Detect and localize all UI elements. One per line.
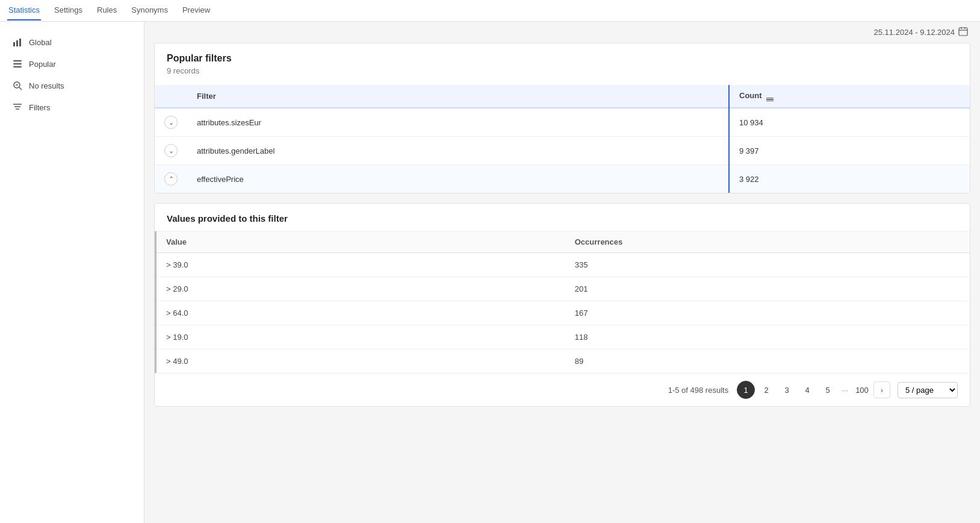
date-bar: 25.11.2024 - 9.12.2024 xyxy=(144,22,980,43)
page-4-button[interactable]: 4 xyxy=(798,381,816,399)
occurrences-cell: 201 xyxy=(563,277,970,301)
filters-table-wrap: Filter Count ⌄ xyxy=(155,85,970,193)
pagination: 1-5 of 498 results 1 2 3 4 5 ··· 100 › 5… xyxy=(155,373,970,406)
popular-filters-card: Popular filters 9 records Filter Count xyxy=(154,43,970,193)
nav-preview[interactable]: Preview xyxy=(181,1,211,20)
pagination-dots: ··· xyxy=(839,386,851,395)
card-header: Popular filters 9 records xyxy=(155,43,970,85)
main-layout: Global Popular No results xyxy=(0,22,980,523)
count-value-cell: 3 922 xyxy=(729,165,970,193)
page-3-button[interactable]: 3 xyxy=(778,381,796,399)
page-1-button[interactable]: 1 xyxy=(737,381,755,399)
value-row: > 64.0 167 xyxy=(156,301,970,325)
collapse-button[interactable]: ⌃ xyxy=(164,172,178,186)
nav-settings[interactable]: Settings xyxy=(53,1,84,20)
expand-button[interactable]: ⌄ xyxy=(164,116,178,129)
values-table: Value Occurrences > 39.0 335 > 29.0 201 … xyxy=(155,231,970,373)
filter-value-cell: attributes.sizesEur xyxy=(187,108,729,137)
value-cell: > 64.0 xyxy=(156,301,563,325)
value-row: > 39.0 335 xyxy=(156,253,970,277)
main-content: 25.11.2024 - 9.12.2024 Popular filters 9… xyxy=(144,22,980,523)
expand-button[interactable]: ⌄ xyxy=(164,144,178,157)
occurrences-col-header: Occurrences xyxy=(563,231,970,253)
filter-value-cell: attributes.genderLabel xyxy=(187,137,729,165)
svg-rect-0 xyxy=(13,42,15,46)
table-row-expanded: ⌃ effectivePrice 3 922 xyxy=(155,165,970,193)
value-cell: > 19.0 xyxy=(156,325,563,349)
values-section: Values provided to this filter Value Occ… xyxy=(154,203,970,407)
svg-rect-3 xyxy=(13,60,22,61)
page-last-button[interactable]: 100 xyxy=(853,381,871,399)
filter-col-header: Filter xyxy=(187,85,729,108)
values-section-title: Values provided to this filter xyxy=(155,204,970,231)
card-title: Popular filters xyxy=(167,53,958,64)
svg-line-7 xyxy=(19,87,22,90)
nav-rules[interactable]: Rules xyxy=(96,1,118,20)
date-range-label: 25.11.2024 - 9.12.2024 xyxy=(874,28,955,37)
filter-value-cell: effectivePrice xyxy=(187,165,729,193)
count-value-cell: 10 934 xyxy=(729,108,970,137)
table-row: ⌄ attributes.sizesEur 10 934 xyxy=(155,108,970,137)
chart-icon xyxy=(12,37,23,48)
page-5-button[interactable]: 5 xyxy=(819,381,837,399)
count-col-header[interactable]: Count xyxy=(729,85,970,108)
sort-icon xyxy=(766,98,774,102)
nav-synonyms[interactable]: Synonyms xyxy=(130,1,169,20)
value-cell: > 39.0 xyxy=(156,253,563,277)
sidebar-label-filters: Filters xyxy=(29,103,50,112)
calendar-icon[interactable] xyxy=(958,27,968,38)
filters-table: Filter Count ⌄ xyxy=(155,85,970,193)
occurrences-cell: 89 xyxy=(563,349,970,374)
svg-rect-4 xyxy=(13,63,22,64)
value-row: > 19.0 118 xyxy=(156,325,970,349)
sidebar-label-no-results: No results xyxy=(29,81,64,90)
sidebar-label-global: Global xyxy=(29,38,52,47)
list-icon xyxy=(12,58,23,69)
sidebar: Global Popular No results xyxy=(0,22,144,523)
no-results-icon xyxy=(12,80,23,91)
value-row: > 49.0 89 xyxy=(156,349,970,374)
value-col-header: Value xyxy=(156,231,563,253)
top-nav: Statistics Settings Rules Synonyms Previ… xyxy=(0,0,980,22)
svg-rect-2 xyxy=(19,39,21,46)
svg-rect-1 xyxy=(16,40,18,46)
sidebar-item-filters[interactable]: Filters xyxy=(0,96,144,118)
per-page-select[interactable]: 5 / page 10 / page 20 / page 50 / page 1… xyxy=(898,382,958,398)
filter-icon xyxy=(12,102,23,113)
value-cell: > 29.0 xyxy=(156,277,563,301)
pagination-info: 1-5 of 498 results xyxy=(668,386,728,395)
sidebar-item-popular[interactable]: Popular xyxy=(0,53,144,75)
svg-rect-5 xyxy=(13,66,22,67)
sidebar-item-no-results[interactable]: No results xyxy=(0,75,144,96)
expand-cell[interactable]: ⌃ xyxy=(155,165,187,193)
svg-rect-12 xyxy=(959,28,967,36)
count-value-cell: 9 397 xyxy=(729,137,970,165)
page-2-button[interactable]: 2 xyxy=(757,381,775,399)
table-row: ⌄ attributes.genderLabel 9 397 xyxy=(155,137,970,165)
value-cell: > 49.0 xyxy=(156,349,563,374)
page-next-button[interactable]: › xyxy=(873,381,890,398)
expand-cell[interactable]: ⌄ xyxy=(155,137,187,165)
occurrences-cell: 118 xyxy=(563,325,970,349)
nav-statistics[interactable]: Statistics xyxy=(7,1,41,20)
expand-cell[interactable]: ⌄ xyxy=(155,108,187,137)
sidebar-item-global[interactable]: Global xyxy=(0,31,144,53)
sidebar-label-popular: Popular xyxy=(29,60,56,69)
records-count: 9 records xyxy=(167,66,958,75)
value-row: > 29.0 201 xyxy=(156,277,970,301)
occurrences-cell: 335 xyxy=(563,253,970,277)
expand-col-header xyxy=(155,85,187,108)
occurrences-cell: 167 xyxy=(563,301,970,325)
